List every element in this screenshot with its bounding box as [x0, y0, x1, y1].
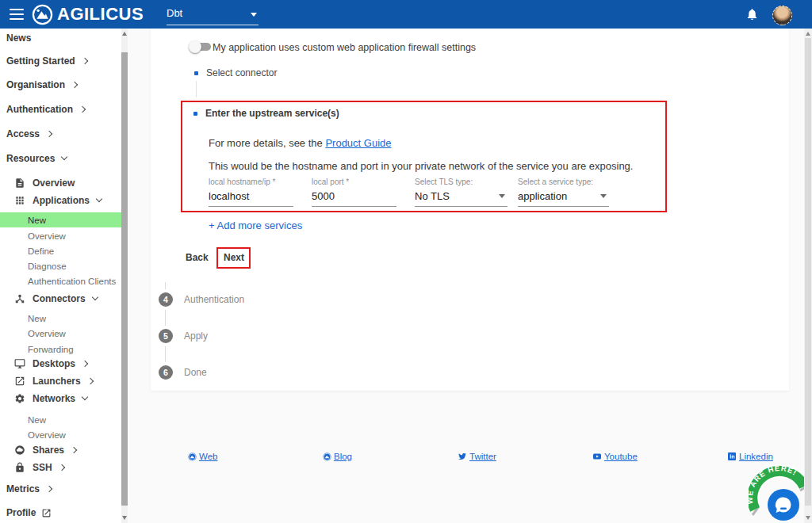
select-select-tls-type[interactable]: Select TLS type:No TLS [415, 178, 508, 207]
footer-link-label: Youtube [604, 452, 638, 461]
annotation-box-upstream: Enter the upstream service(s) For more d… [181, 101, 667, 212]
sidebar-item-label: Resources [6, 153, 55, 164]
chevron-down-icon [499, 194, 505, 198]
sidebar-item-label: Networks [33, 393, 75, 404]
footer-link-label: Twitter [469, 452, 496, 461]
scroll-down-icon[interactable] [122, 516, 127, 520]
input-local-hostname-ip[interactable]: local hostname/ip *localhost [209, 178, 293, 207]
screen: AGILICUS Dbt NewsGetting StartedOrganisa… [0, 0, 812, 523]
substep-label: Select connector [206, 67, 277, 78]
substep-select-connector[interactable]: Select connector [194, 67, 277, 78]
sidebar-scrollbar-thumb[interactable] [121, 52, 128, 506]
wizard-step-done[interactable]: 6Done [159, 365, 207, 380]
step-label: Done [184, 367, 207, 378]
next-button[interactable]: Next [218, 249, 249, 267]
input-local-port[interactable]: local port *5000 [312, 178, 396, 207]
wizard-step-authentication[interactable]: 4Authentication [159, 292, 244, 307]
chevron-right-icon [58, 464, 64, 471]
sidebar-item-launchers[interactable]: Launchers [0, 372, 121, 390]
menu-icon[interactable] [10, 9, 24, 20]
sidebar-item-overview[interactable]: Overview [0, 174, 121, 192]
field-value[interactable]: 5000 [312, 190, 396, 207]
sidebar-item-networks[interactable]: Networks [0, 390, 121, 407]
sidebar-item-label: Authentication Clients [28, 277, 116, 286]
sidebar-item-label: Forwarding [28, 345, 74, 354]
sidebar-item-getting-started[interactable]: Getting Started [0, 52, 121, 70]
sidebar-item-overview[interactable]: Overview [0, 228, 121, 243]
sidebar-item-new[interactable]: New [0, 212, 121, 227]
sidebar-item-metrics[interactable]: Metrics [0, 480, 121, 498]
sidebar-scrollbar[interactable] [121, 29, 128, 523]
footer-link-linkedin[interactable]: Linkedin [727, 452, 773, 461]
footer-link-twitter[interactable]: Twitter [458, 452, 496, 461]
page-scrollbar-thumb[interactable] [805, 38, 811, 506]
org-selector-value: Dbt [167, 7, 182, 19]
wizard-step-apply[interactable]: 5Apply [159, 329, 208, 343]
chevron-down-icon [61, 154, 67, 160]
sidebar-item-news[interactable]: News [0, 29, 121, 47]
avatar[interactable] [772, 6, 792, 25]
hub-icon [14, 293, 26, 305]
desktop-icon [14, 358, 26, 370]
org-selector[interactable]: Dbt [167, 5, 259, 25]
waf-toggle-label: My application uses custom web applicati… [213, 42, 476, 53]
sidebar-item-resources[interactable]: Resources [0, 150, 121, 167]
sidebar-item-label: Overview [28, 231, 66, 241]
footer-link-label: Web [199, 452, 217, 461]
sidebar-item-applications[interactable]: Applications [0, 192, 121, 209]
sidebar-item-desktops[interactable]: Desktops [0, 355, 121, 372]
lock-icon [14, 462, 26, 474]
sidebar-item-label: Launchers [33, 376, 81, 387]
sidebar-item-ssh[interactable]: SSH [0, 459, 121, 476]
chevron-right-icon [79, 106, 86, 113]
substep-upstream-services[interactable]: Enter the upstream service(s) [193, 108, 339, 119]
sidebar-item-connectors[interactable]: Connectors [0, 290, 121, 307]
chat-widget[interactable]: WE ARE HERE! [749, 461, 810, 523]
sidebar-item-organisation[interactable]: Organisation [0, 76, 121, 94]
chevron-right-icon [46, 486, 52, 492]
page-scrollbar[interactable] [804, 29, 812, 523]
sidebar-item-label: Connectors [33, 293, 86, 304]
sidebar-item-authentication[interactable]: Authentication [0, 101, 121, 118]
sidebar-item-label: News [6, 32, 31, 44]
sidebar-item-overview[interactable]: Overview [0, 427, 121, 442]
sidebar-item-define[interactable]: Define [0, 243, 121, 258]
footer-link-youtube[interactable]: Youtube [592, 452, 638, 461]
field-value[interactable]: No TLS [415, 190, 508, 207]
sidebar-item-new[interactable]: New [0, 412, 121, 427]
sidebar-item-access[interactable]: Access [0, 125, 121, 143]
notifications-bell-icon[interactable] [745, 7, 759, 21]
add-more-services-link[interactable]: + Add more services [209, 220, 302, 231]
sidebar-item-label: Shares [33, 445, 64, 456]
chevron-down-icon [251, 13, 257, 17]
topbar: AGILICUS Dbt [0, 0, 812, 29]
sidebar-item-label: Profile [6, 507, 36, 518]
field-value[interactable]: application [518, 190, 609, 207]
footer-link-web[interactable]: Web [188, 452, 217, 461]
stepper-line [196, 81, 197, 97]
sidebar-item-diagnose[interactable]: Diagnose [0, 258, 121, 273]
sidebar-item-shares[interactable]: Shares [0, 441, 121, 459]
product-guide-link[interactable]: Product Guide [325, 137, 391, 149]
sidebar-item-profile[interactable]: Profile [0, 504, 121, 521]
scroll-down-icon[interactable] [806, 516, 810, 520]
youtube-icon [592, 452, 602, 461]
back-button[interactable]: Back [186, 247, 209, 269]
sidebar-item-authentication-clients[interactable]: Authentication Clients [0, 273, 121, 288]
sidebar-item-label: Overview [28, 329, 66, 338]
field-value[interactable]: localhost [209, 190, 293, 207]
brand-title: AGILICUS [57, 4, 144, 25]
scroll-up-icon[interactable] [122, 32, 127, 36]
step-bullet-icon [194, 71, 198, 75]
waf-toggle[interactable] [189, 40, 213, 53]
sidebar-item-overview[interactable]: Overview [0, 326, 121, 341]
scroll-up-icon[interactable] [806, 32, 810, 36]
field-label: local hostname/ip * [209, 178, 293, 186]
step-bullet-icon [193, 112, 197, 116]
sidebar-item-label: SSH [33, 462, 52, 473]
sidebar-item-new[interactable]: New [0, 311, 121, 326]
footer-link-blog[interactable]: Blog [323, 452, 352, 461]
substep-label: Enter the upstream service(s) [205, 108, 339, 119]
chevron-right-icon [46, 131, 52, 137]
select-select-a-service-type[interactable]: Select a service type:application [518, 178, 609, 207]
